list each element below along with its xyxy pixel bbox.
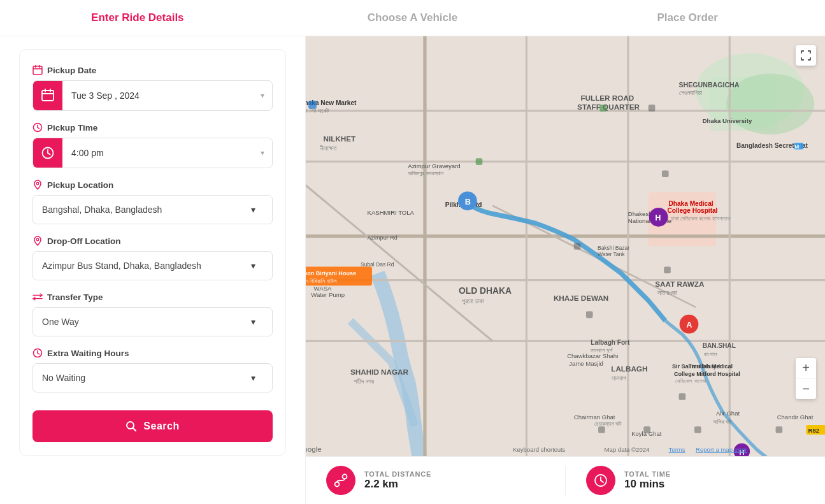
svg-text:আলির ঘাট: আলির ঘাট: [713, 419, 733, 425]
svg-text:A: A: [686, 320, 692, 329]
pickup-date-icon-box: [33, 81, 62, 110]
svg-text:Chairman Ghat: Chairman Ghat: [574, 414, 615, 421]
svg-line-13: [48, 153, 50, 155]
svg-text:Alir Ghat: Alir Ghat: [716, 410, 740, 417]
map-zoom-controls[interactable]: + −: [796, 358, 816, 399]
svg-rect-106: [662, 170, 669, 177]
svg-text:Map data ©2024: Map data ©2024: [605, 446, 650, 453]
svg-text:Bakshi Bazar: Bakshi Bazar: [598, 245, 629, 251]
bottom-bar: TOTAL DISTANCE 2.2 km TOTAL TIME 10 mins: [306, 456, 825, 504]
svg-text:SAAT RAWZA: SAAT RAWZA: [655, 280, 705, 288]
form-card: Pickup Date ▾: [19, 49, 286, 456]
distance-label: TOTAL DISTANCE: [364, 470, 431, 478]
svg-rect-110: [679, 393, 686, 400]
step-choose-vehicle[interactable]: Choose A Vehicle: [275, 11, 550, 24]
svg-line-10: [38, 127, 39, 129]
transfer-type-select[interactable]: One Way ▾: [32, 307, 273, 336]
svg-text:ঢাকা মেডিকেল কলেজ হাসপাতাল: ঢাকা মেডিকেল কলেজ হাসপাতাল: [671, 215, 731, 222]
svg-rect-105: [649, 104, 656, 112]
step-place-order[interactable]: Place Order: [550, 11, 825, 24]
transfer-type-label: Transfer Type: [32, 292, 273, 302]
svg-text:H: H: [655, 213, 661, 222]
pickup-date-label: Pickup Date: [32, 65, 273, 75]
time-info: TOTAL TIME 10 mins: [624, 470, 671, 491]
svg-text:নীলক্ষেত: নীলক্ষেত: [320, 145, 337, 152]
svg-text:College Hospital: College Hospital: [667, 207, 717, 214]
pickup-time-arrow[interactable]: ▾: [253, 148, 272, 157]
svg-point-26: [726, 73, 814, 134]
svg-text:OLD DHAKA: OLD DHAKA: [459, 285, 512, 296]
svg-text:Dhaka University: Dhaka University: [703, 117, 752, 124]
svg-text:বাংশাল: বাংশাল: [704, 351, 717, 357]
svg-text:Azimpur Rd: Azimpur Rd: [368, 234, 398, 241]
svg-text:লালবাগ: লালবাগ: [612, 375, 626, 382]
svg-text:R82: R82: [808, 427, 820, 434]
time-label: TOTAL TIME: [624, 470, 671, 478]
dropoff-location-arrow: ▾: [243, 261, 263, 271]
svg-text:Azimpur Graveyard: Azimpur Graveyard: [408, 162, 460, 169]
waiting-hours-select[interactable]: No Waiting ▾: [32, 363, 273, 392]
time-stat: TOTAL TIME 10 mins: [565, 466, 825, 495]
svg-text:SHEGUNBAGICHA: SHEGUNBAGICHA: [679, 81, 740, 89]
svg-text:আজিমপুর কবরস্থান: আজিমপুর কবরস্থান: [408, 170, 443, 176]
svg-text:KASHMIRI TOLA: KASHMIRI TOLA: [368, 209, 415, 216]
right-panel: NILKHET নীলক্ষেত FULLER ROAD STAFF QUART…: [306, 36, 825, 504]
dropoff-location-label: Drop-Off Location: [32, 236, 273, 246]
svg-rect-113: [694, 426, 701, 433]
clock-icon: [32, 122, 43, 133]
distance-info: TOTAL DISTANCE 2.2 km: [364, 470, 431, 491]
svg-text:শেগুনবাগিচা: শেগুনবাগিচা: [679, 89, 702, 96]
zoom-in-button[interactable]: +: [796, 358, 816, 378]
svg-text:Lalbagh Fort: Lalbagh Fort: [591, 339, 630, 346]
map-container[interactable]: NILKHET নীলক্ষেত FULLER ROAD STAFF QUART…: [306, 36, 825, 456]
svg-rect-109: [586, 312, 593, 319]
svg-text:Zaitoon Biriyani House: Zaitoon Biriyani House: [306, 270, 356, 277]
svg-text:সাত রওজা: সাত রওজা: [657, 289, 678, 296]
svg-rect-0: [33, 66, 42, 75]
svg-text:STAFF QUARTER: STAFF QUARTER: [577, 103, 640, 111]
step-enter-ride[interactable]: Enter Ride Details: [0, 11, 275, 24]
svg-rect-111: [598, 426, 605, 433]
pickup-location-select[interactable]: Bangshal, Dhaka, Bangladesh ▾: [32, 195, 273, 224]
pickup-date-input[interactable]: ▾: [32, 80, 273, 111]
svg-text:Chawkbazar Shahi: Chawkbazar Shahi: [567, 352, 618, 359]
pickup-time-field[interactable]: [62, 138, 253, 168]
svg-text:FULLER ROAD: FULLER ROAD: [580, 94, 634, 102]
svg-text:পুরনো ঢাকা: পুরনো ঢাকা: [462, 298, 484, 305]
svg-text:Water Pump: Water Pump: [311, 291, 345, 298]
svg-rect-4: [42, 90, 54, 101]
waiting-hours-label: Extra Waiting Hours: [32, 348, 273, 358]
svg-text:মেডিকেল কলেজ: মেডিকেল কলেজ: [675, 378, 706, 384]
pickup-location-label: Pickup Location: [32, 180, 273, 190]
transfer-icon: [32, 292, 43, 302]
calendar-icon: [32, 65, 43, 75]
zoom-out-button[interactable]: −: [796, 378, 816, 399]
fullscreen-button[interactable]: [796, 45, 816, 66]
svg-text:Report a map error: Report a map error: [696, 446, 747, 453]
pickup-date-field[interactable]: [62, 81, 253, 110]
pickup-time-input[interactable]: ▾: [32, 138, 273, 168]
svg-text:Chandir Ghat: Chandir Ghat: [777, 414, 814, 421]
search-button[interactable]: Search: [32, 410, 273, 442]
pickup-location-arrow: ▾: [243, 205, 263, 215]
waiting-hours-arrow: ▾: [243, 373, 263, 383]
svg-text:চেয়ারম্যান ঘাট: চেয়ারম্যান ঘাট: [594, 421, 622, 428]
pin-icon: [32, 180, 43, 190]
svg-text:জাইতুন বিরিয়ানি হাউস: জাইতুন বিরিয়ানি হাউস: [306, 278, 337, 284]
dropoff-location-select[interactable]: Azimpur Bus Stand, Dhaka, Bangladesh ▾: [32, 251, 273, 280]
svg-text:KHAJE DEWAN: KHAJE DEWAN: [554, 294, 608, 302]
time-value: 10 mins: [624, 478, 671, 491]
transfer-type-arrow: ▾: [243, 317, 263, 327]
pickup-date-arrow[interactable]: ▾: [253, 91, 272, 100]
svg-text:SHAHID NAGAR: SHAHID NAGAR: [350, 368, 408, 376]
svg-text:College Mitford Hospital: College Mitford Hospital: [674, 371, 740, 377]
svg-point-123: [343, 475, 347, 479]
dropoff-pin-icon: [32, 236, 43, 246]
time-icon: [586, 466, 615, 495]
svg-text:WASA: WASA: [314, 285, 332, 292]
svg-rect-107: [574, 243, 581, 250]
svg-text:Water Tank: Water Tank: [598, 251, 625, 257]
distance-value: 2.2 km: [364, 478, 431, 491]
svg-text:Terms: Terms: [669, 446, 685, 453]
svg-text:Jame Masjid: Jame Masjid: [569, 360, 603, 367]
